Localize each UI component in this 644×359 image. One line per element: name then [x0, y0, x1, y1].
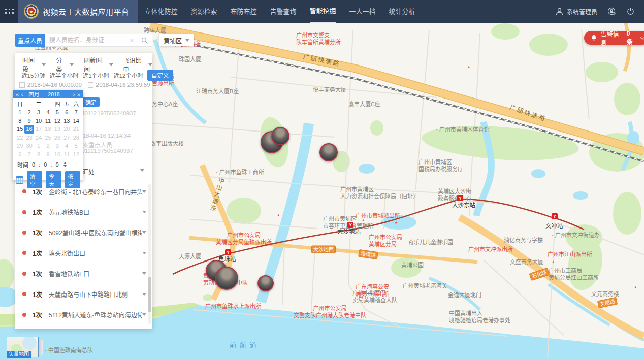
topbar-menu-item[interactable]: 统计分析	[389, 0, 415, 23]
chevron-down-icon[interactable]	[142, 231, 146, 234]
quick-range-option[interactable]: 近1个小时	[83, 71, 109, 79]
scrollbar-thumb[interactable]	[148, 277, 151, 312]
topbar-menu-item[interactable]: 告警查询	[270, 0, 297, 23]
calendar-day[interactable]: 15	[15, 125, 24, 134]
topbar-menu-item[interactable]: 布防布控	[231, 0, 257, 23]
calendar-day[interactable]: 13	[62, 117, 71, 125]
next-year-button[interactable]: »	[77, 91, 80, 97]
alarm-info-pill[interactable]: 告警信息 0 条	[584, 31, 644, 45]
face-marker[interactable]	[319, 143, 338, 161]
prev-year-button[interactable]: «	[16, 91, 19, 97]
apps-grid-button[interactable]	[0, 0, 18, 23]
face-marker[interactable]	[257, 275, 274, 291]
partially-hidden-list-item[interactable]: 汇处	[82, 167, 94, 176]
calendar-day[interactable]: 27	[62, 134, 71, 142]
calendar-day[interactable]: 24	[34, 134, 43, 142]
topbar-menu-item[interactable]: 一人一档	[349, 0, 376, 23]
calendar-day[interactable]: 3	[53, 142, 62, 150]
spinner-up-icon[interactable]	[63, 162, 67, 164]
next-month-button[interactable]: ›	[73, 91, 75, 97]
calendar-day[interactable]: 23	[24, 134, 34, 142]
calendar-day[interactable]: 11	[43, 117, 52, 125]
topbar-menu-item[interactable]: 智能挖掘	[310, 0, 336, 23]
time-hour[interactable]: 0	[32, 161, 35, 168]
calendar-day[interactable]: 6	[15, 150, 24, 159]
chevron-down-icon[interactable]	[142, 211, 146, 213]
search-input[interactable]	[45, 37, 126, 44]
time-stepper[interactable]	[63, 162, 67, 167]
calendar-day[interactable]: 1	[34, 142, 43, 150]
prev-month-button[interactable]: ‹	[21, 91, 23, 97]
search-button[interactable]	[137, 37, 152, 44]
chevron-down-icon[interactable]	[142, 293, 146, 296]
calendar-day[interactable]: 7	[72, 108, 81, 117]
face-marker[interactable]	[215, 267, 238, 290]
calendar-day[interactable]: 2	[43, 142, 52, 150]
clear-button[interactable]: 清空	[27, 171, 42, 188]
calendar-day[interactable]: 11	[62, 150, 71, 159]
list-item[interactable]: 1次塘头北街出口	[15, 243, 152, 263]
list-item[interactable]: 1次苏元地铁站B口	[15, 202, 152, 222]
power-icon[interactable]	[626, 7, 635, 16]
calendar-day[interactable]: 4	[43, 108, 52, 117]
list-item[interactable]: 1次5092蟹山路-中医院东南向蟹山横街	[15, 222, 152, 243]
calendar-day[interactable]: 8	[34, 150, 43, 159]
quick-range-option[interactable]: 近半个小时	[49, 71, 79, 79]
calendar-day[interactable]: 12	[53, 117, 62, 125]
district-dropdown[interactable]: 黄埔区	[159, 34, 194, 46]
chevron-down-icon[interactable]	[142, 252, 146, 254]
calendar-day[interactable]: 18	[43, 125, 52, 134]
calendar-icon-button[interactable]	[16, 176, 23, 184]
calendar-day[interactable]: 26	[53, 134, 62, 142]
face-marker[interactable]	[271, 127, 289, 145]
list-item[interactable]: 1次香雪地铁站E口	[15, 264, 152, 284]
calendar-day[interactable]: 9	[43, 150, 52, 159]
calendar-day[interactable]: 25	[43, 134, 52, 142]
calendar-day[interactable]: 5	[72, 142, 81, 150]
calendar-day[interactable]: 21	[72, 125, 81, 134]
user-menu[interactable]: 系统管理员	[555, 7, 597, 16]
calendar-day[interactable]: 10	[53, 150, 62, 159]
calendar-day[interactable]: 20	[62, 125, 71, 134]
calendar-day[interactable]: 7	[24, 150, 34, 159]
chevron-down-icon[interactable]	[140, 169, 144, 172]
quick-range-option[interactable]: 近15分钟	[21, 71, 45, 79]
topbar-menu-item[interactable]: 立体化防控	[145, 0, 178, 23]
clear-icon[interactable]	[126, 37, 137, 44]
calendar-day[interactable]: 16	[24, 125, 34, 134]
calendar-day[interactable]: 2	[24, 108, 34, 117]
minimap-fold-handle[interactable]	[39, 338, 43, 357]
calendar-day[interactable]: 30	[24, 142, 34, 150]
quick-range-option[interactable]: 自定义	[147, 70, 173, 81]
time-second[interactable]: 0	[55, 161, 58, 168]
calendar-day[interactable]: 29	[15, 142, 24, 150]
calendar-day[interactable]: 10	[34, 117, 43, 125]
calendar-day[interactable]: 19	[53, 125, 62, 134]
calendar-day[interactable]: 9	[24, 117, 34, 125]
topbar-menu-item[interactable]: 资源检索	[191, 0, 217, 23]
calendar-day[interactable]: 28	[72, 134, 81, 142]
calendar-month[interactable]: 四月	[28, 90, 39, 98]
chevron-down-icon[interactable]	[142, 272, 146, 275]
calendar-day[interactable]: 5	[53, 108, 62, 117]
date-from-field[interactable]: 2018-04-16 00:00:00	[19, 82, 82, 88]
popup-confirm-button[interactable]: 确定	[82, 97, 100, 107]
calendar-day[interactable]: 17	[34, 125, 43, 134]
confirm-button[interactable]: 确定	[65, 171, 80, 188]
chevron-down-icon[interactable]	[142, 313, 146, 316]
date-to-field[interactable]: 2018-04-16 23:59:59	[88, 82, 150, 88]
calendar-day[interactable]: 12	[72, 150, 81, 159]
today-button[interactable]: 今天	[46, 171, 61, 188]
calendar-day[interactable]: 1	[15, 108, 24, 117]
chevron-down-icon[interactable]	[640, 35, 644, 39]
calendar-day[interactable]: 22	[15, 134, 24, 142]
calendar-day[interactable]: 3	[34, 108, 43, 117]
spinner-down-icon[interactable]	[63, 165, 67, 167]
list-item[interactable]: 1次5112黄埔大道东-鱼珠总站向海边街（全）	[15, 304, 152, 324]
quick-range-option[interactable]: 近12个小时	[113, 71, 143, 79]
calendar-day[interactable]: 14	[72, 117, 81, 125]
key-person-tab[interactable]: 重点人员	[15, 34, 45, 47]
calendar-day[interactable]: 4	[62, 142, 71, 150]
calendar-day[interactable]: 8	[15, 117, 24, 125]
list-item[interactable]: 1次天麓南路与山下中路路口北侧	[15, 284, 152, 304]
